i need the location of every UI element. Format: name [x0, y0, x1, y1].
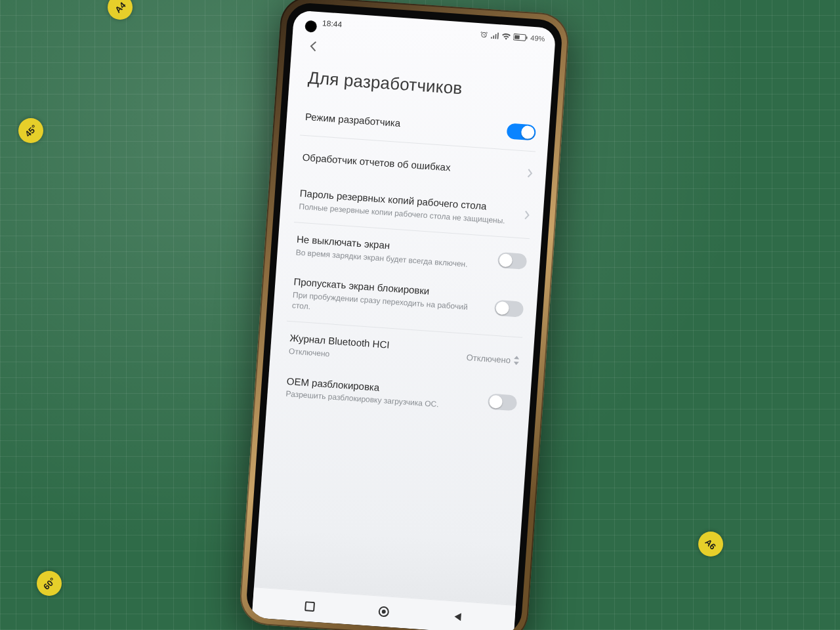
- screen: 18:44 49%: [252, 10, 556, 630]
- select-bluetooth-hci-value[interactable]: Отключено: [466, 352, 520, 366]
- nav-back-button[interactable]: [440, 604, 475, 630]
- toggle-dev-mode[interactable]: [507, 123, 537, 140]
- mat-marker: A4: [102, 0, 138, 25]
- svg-rect-3: [526, 36, 528, 39]
- sort-icon: [513, 356, 520, 366]
- nav-home-button[interactable]: [366, 598, 402, 625]
- row-title: Обработчик отчетов об ошибках: [302, 152, 520, 179]
- svg-point-6: [382, 610, 386, 614]
- alarm-icon: [480, 30, 488, 39]
- svg-rect-2: [514, 35, 520, 39]
- phone-bezel: 18:44 49%: [245, 2, 564, 630]
- select-value-text: Отключено: [466, 352, 511, 365]
- toggle-stay-awake[interactable]: [497, 252, 528, 270]
- toggle-oem-unlock[interactable]: [488, 394, 518, 411]
- signal-icon: [490, 32, 499, 39]
- battery-percent: 49%: [530, 34, 545, 43]
- mat-marker: 60°: [32, 566, 67, 601]
- phone: 18:44 49%: [238, 0, 570, 630]
- row-title: Режим разработчика: [304, 111, 499, 136]
- chevron-right-icon: [524, 211, 530, 220]
- mat-marker: 45°: [13, 113, 49, 148]
- toggle-skip-lockscreen[interactable]: [494, 300, 524, 318]
- svg-rect-4: [305, 602, 314, 611]
- settings-list: Режим разработчика Обработчик отчетов об…: [254, 98, 550, 605]
- nav-recents-button[interactable]: [292, 593, 327, 620]
- mat-marker: A6: [693, 526, 728, 562]
- back-button[interactable]: [301, 34, 325, 58]
- phone-frame: 18:44 49%: [238, 0, 570, 630]
- status-time: 18:44: [322, 18, 343, 29]
- battery-icon: [513, 33, 528, 41]
- chevron-right-icon: [527, 169, 533, 178]
- wifi-icon: [501, 32, 511, 40]
